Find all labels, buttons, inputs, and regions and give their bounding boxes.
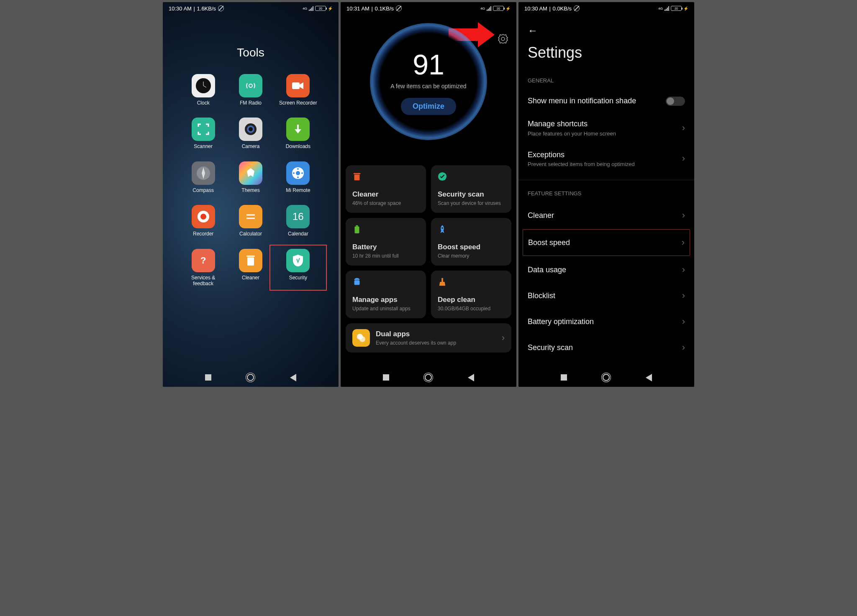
nav-home-button[interactable] [425, 374, 432, 381]
chevron-right-icon: › [682, 153, 685, 164]
navigation-bar [341, 368, 516, 387]
folder-title: Tools [163, 46, 339, 59]
setting-manage-shortcuts[interactable]: Manage shortcuts Place features on your … [518, 112, 694, 143]
toggle-off[interactable] [666, 97, 685, 106]
feature-blocklist[interactable]: Blocklist › [518, 283, 694, 309]
status-speed: 0.0KB/s [553, 5, 572, 12]
phone-screen-tools: 10:30 AM | 1.6KB/s 4G 20 ⚡ Tools Clock F… [163, 2, 339, 387]
highlight-box [269, 245, 327, 291]
setting-exceptions[interactable]: Exceptions Prevent selected items from b… [518, 143, 694, 174]
radio-icon [239, 74, 262, 97]
svg-point-3 [249, 84, 252, 87]
app-services-feedback[interactable]: ? Services & feedback [184, 249, 223, 287]
feature-data-usage[interactable]: Data usage › [518, 257, 694, 283]
app-camera[interactable]: Camera [231, 118, 270, 149]
svg-point-12 [297, 176, 299, 178]
charging-icon: ⚡ [683, 6, 688, 11]
divider [518, 180, 694, 180]
chevron-right-icon: › [682, 237, 685, 248]
signal-icon [309, 6, 313, 11]
app-themes[interactable]: Themes [231, 161, 270, 193]
chevron-right-icon: › [502, 332, 505, 343]
app-calculator[interactable]: Calculator [231, 205, 270, 237]
scanner-icon [192, 118, 215, 141]
navigation-bar [163, 368, 339, 387]
back-button[interactable]: ← [518, 15, 694, 38]
security-header: 91 A few items can be optimized Optimize [341, 15, 516, 165]
app-scanner[interactable]: Scanner [184, 118, 223, 149]
card-manage-apps[interactable]: Manage apps Update and uninstall apps [346, 271, 426, 318]
nav-back-button[interactable] [468, 374, 474, 381]
score-text: A few items can be optimized [390, 83, 466, 89]
network-4g-icon: 4G [303, 7, 307, 10]
svg-rect-19 [247, 257, 254, 266]
app-cleaner[interactable]: Cleaner [231, 249, 270, 287]
feature-boost-speed[interactable]: Boost speed › [523, 229, 690, 256]
app-downloads[interactable]: Downloads [279, 118, 318, 149]
recorder-icon [192, 205, 215, 228]
svg-point-31 [359, 336, 365, 342]
status-bar: 10:30 AM | 0.0KB/s 4G 20 ⚡ [518, 2, 694, 15]
chevron-right-icon: › [682, 316, 685, 327]
calendar-icon: 16 [286, 205, 310, 228]
nav-back-button[interactable] [646, 374, 652, 381]
no-data-icon [218, 5, 224, 11]
navigation-bar [518, 368, 694, 387]
nav-home-button[interactable] [247, 374, 254, 381]
download-icon [286, 118, 310, 141]
setting-show-menu[interactable]: Show menu in notification shade [518, 89, 694, 112]
battery-full-icon [352, 225, 362, 234]
nav-recent-button[interactable] [561, 374, 567, 381]
svg-point-27 [441, 227, 443, 229]
feature-card-grid: Cleaner 46% of storage space Security sc… [341, 165, 516, 353]
card-deep-clean[interactable]: Deep clean 30.0GB/64GB occupied [431, 271, 511, 318]
status-bar: 10:30 AM | 1.6KB/s 4G 20 ⚡ [163, 2, 339, 15]
app-recorder[interactable]: Recorder [184, 205, 223, 237]
svg-point-14 [301, 172, 303, 174]
nav-home-button[interactable] [603, 374, 610, 381]
score-ring: 91 A few items can be optimized Optimize [370, 23, 487, 140]
optimize-button[interactable]: Optimize [401, 98, 456, 115]
page-title: Settings [518, 38, 694, 73]
app-calendar[interactable]: 16 Calendar [279, 205, 318, 237]
chevron-right-icon: › [682, 290, 685, 301]
section-feature: FEATURE SETTINGS [518, 186, 694, 202]
card-cleaner[interactable]: Cleaner 46% of storage space [346, 165, 426, 213]
battery-icon: 20 [493, 6, 504, 11]
status-bar: 10:31 AM | 0.1KB/s 4G 20 ⚡ [341, 2, 516, 15]
card-dual-apps[interactable]: Dual apps Every account deserves its own… [346, 323, 511, 353]
clock-icon [192, 74, 215, 97]
feature-battery-optimization[interactable]: Battery optimization › [518, 309, 694, 335]
card-security-scan[interactable]: Security scan Scan your device for virus… [431, 165, 511, 213]
chevron-right-icon: › [682, 264, 685, 275]
video-camera-icon [286, 74, 310, 97]
feature-cleaner[interactable]: Cleaner › [518, 202, 694, 228]
app-fm-radio[interactable]: FM Radio [231, 74, 270, 106]
status-time: 10:31 AM [346, 5, 369, 12]
security-score: 91 [413, 48, 444, 81]
settings-gear-button[interactable] [498, 33, 508, 43]
chevron-right-icon: › [682, 123, 685, 133]
app-mi-remote[interactable]: Mi Remote [279, 161, 318, 193]
app-screen-recorder[interactable]: Screen Recorder [279, 74, 318, 106]
check-circle-icon [438, 172, 447, 181]
section-general: GENERAL [518, 73, 694, 89]
calculator-icon [239, 205, 262, 228]
nav-recent-button[interactable] [205, 374, 211, 381]
app-compass[interactable]: Compass [184, 161, 223, 193]
nav-recent-button[interactable] [383, 374, 389, 381]
svg-point-10 [296, 171, 300, 175]
card-battery[interactable]: Battery 10 hr 28 min until full [346, 218, 426, 266]
remote-icon [286, 161, 310, 185]
feature-security-scan[interactable]: Security scan › [518, 335, 694, 360]
chevron-right-icon: › [682, 210, 685, 221]
phone-screen-settings: 10:30 AM | 0.0KB/s 4G 20 ⚡ ← Settings GE… [518, 2, 694, 387]
card-boost-speed[interactable]: Boost speed Clear memory [431, 218, 511, 266]
no-data-icon [574, 5, 580, 11]
no-data-icon [396, 5, 402, 11]
dual-apps-icon [352, 329, 370, 347]
nav-back-button[interactable] [290, 374, 296, 381]
compass-icon [192, 161, 215, 185]
app-clock[interactable]: Clock [184, 74, 223, 106]
app-security[interactable]: Security [279, 249, 318, 287]
